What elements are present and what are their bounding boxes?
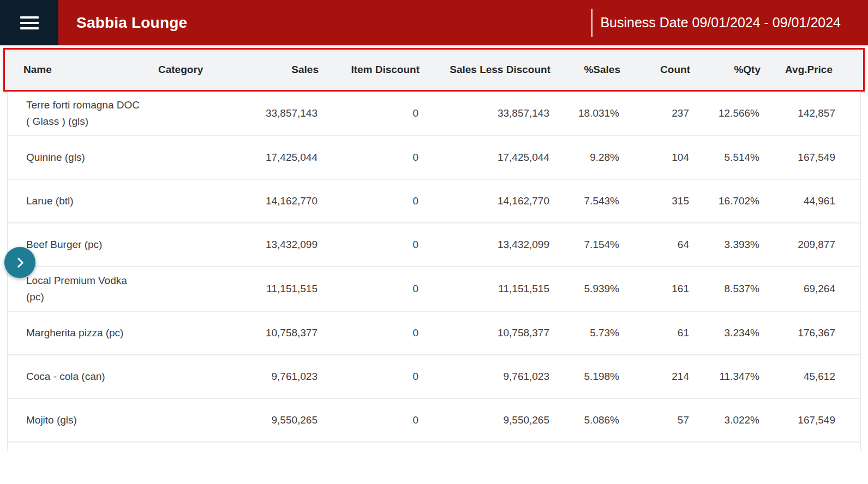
cell-name: Terre forti romagna DOC ( Glass ) (gls) [8, 97, 148, 130]
cell-sales-less-discount: 14,162,770 [429, 193, 560, 209]
table-row: Beef Burger (pc)13,432,099013,432,0997.1… [8, 223, 860, 267]
cell-item-discount: 0 [328, 368, 429, 385]
cell-qty: 16.702% [699, 193, 770, 209]
column-header-item-discount: Item Discount [329, 62, 430, 78]
table-row: Margherita pizza (pc)10,758,377010,758,3… [8, 312, 860, 355]
cell-item-discount: 0 [328, 281, 429, 297]
cell-item-discount: 0 [328, 105, 429, 122]
cell-sales-less-discount: 9,761,023 [429, 368, 560, 385]
column-header-name: Name [5, 62, 149, 78]
cell-sales: 5.086% [560, 412, 630, 428]
sales-table-body: Terre forti romagna DOC ( Glass ) (gls)3… [7, 92, 861, 451]
cell-sales: 10,758,377 [235, 325, 328, 341]
cell-avg-price: 167,549 [770, 412, 861, 428]
cell-avg-price: 44,961 [770, 193, 861, 209]
cell-sales: 5.73% [560, 325, 630, 341]
cell-item-discount: 0 [328, 325, 429, 341]
cell-sales: 13,432,099 [235, 237, 328, 253]
table-row: Terre forti romagna DOC ( Glass ) (gls)3… [8, 92, 860, 136]
cell-qty: 8.537% [699, 281, 770, 297]
cell-sales: 5.939% [560, 281, 630, 297]
cell-count: 61 [630, 325, 699, 341]
cell-item-discount: 0 [328, 193, 429, 209]
cell-name: Larue (btl) [8, 193, 148, 209]
table-row: Mojito (gls)9,550,26509,550,2655.086%573… [8, 399, 860, 443]
cell-sales: 17,425,044 [235, 149, 328, 166]
cell-sales-less-discount: 13,432,099 [429, 237, 560, 253]
column-header-category: Category [149, 62, 236, 78]
column-header-sales: %Sales [561, 62, 631, 78]
cell-item-discount: 0 [328, 149, 429, 166]
cell-sales: 33,857,143 [235, 105, 328, 122]
cell-name: Coca - cola (can) [8, 368, 148, 385]
column-header-avg-price: Avg.Price [771, 62, 859, 78]
cell-sales: 7.543% [560, 193, 630, 209]
cell-count: 214 [630, 368, 699, 385]
cell-count: 64 [630, 237, 699, 253]
cell-sales: 14,162,770 [235, 193, 328, 209]
cell-count: 237 [630, 105, 699, 122]
cell-qty: 5.514% [699, 149, 770, 166]
open-drawer-button[interactable] [4, 247, 35, 278]
app-bar: Sabbia Lounge Business Date 09/01/2024 -… [0, 0, 868, 45]
cell-avg-price: 142,857 [770, 105, 861, 122]
cell-sales: 9,761,023 [235, 368, 328, 385]
cell-sales: 9,550,265 [235, 412, 328, 428]
cell-name: Mojito (gls) [8, 412, 148, 428]
cell-sales-less-discount: 33,857,143 [429, 105, 560, 122]
cell-sales: 5.198% [560, 368, 630, 385]
table-row [8, 443, 860, 451]
cell-sales-less-discount: 11,151,515 [429, 281, 560, 297]
appbar-divider [591, 9, 592, 37]
column-header-sales: Sales [236, 62, 329, 78]
cell-sales: 18.031% [560, 105, 630, 122]
cell-name: Quinine (gls) [8, 149, 148, 166]
column-header-count: Count [631, 62, 701, 78]
cell-qty: 3.234% [699, 325, 770, 341]
hamburger-menu-button[interactable] [0, 0, 58, 45]
chevron-right-icon [13, 256, 27, 270]
column-header-qty: %Qty [701, 62, 771, 78]
column-header-sales-less-discount: Sales Less Discount [430, 62, 561, 78]
cell-qty: 11.347% [699, 368, 770, 385]
cell-sales-less-discount: 17,425,044 [429, 149, 560, 166]
cell-item-discount: 0 [328, 412, 429, 428]
table-row: Larue (btl)14,162,770014,162,7707.543%31… [8, 180, 860, 223]
cell-sales: 11,151,515 [235, 281, 328, 297]
cell-qty: 12.566% [699, 105, 770, 122]
cell-avg-price: 176,367 [770, 325, 861, 341]
cell-avg-price: 45,612 [770, 368, 861, 385]
cell-count: 104 [630, 149, 699, 166]
table-row: Quinine (gls)17,425,044017,425,0449.28%1… [8, 136, 860, 180]
cell-avg-price: 209,877 [770, 237, 861, 253]
cell-sales-less-discount: 9,550,265 [429, 412, 560, 428]
table-header-row: NameCategorySalesItem DiscountSales Less… [3, 48, 865, 92]
cell-name: Local Premium Vodka (pc) [8, 273, 148, 305]
cell-count: 161 [630, 281, 699, 297]
cell-avg-price: 167,549 [770, 149, 861, 166]
cell-avg-price: 69,264 [770, 281, 861, 297]
cell-sales-less-discount: 10,758,377 [429, 325, 560, 341]
cell-qty: 3.022% [699, 412, 770, 428]
cell-count: 315 [630, 193, 699, 209]
cell-sales: 9.28% [560, 149, 630, 166]
cell-item-discount: 0 [328, 237, 429, 253]
cell-sales: 7.154% [560, 237, 630, 253]
cell-name: Margherita pizza (pc) [8, 325, 148, 341]
page-title: Sabbia Lounge [76, 14, 187, 32]
cell-qty: 3.393% [699, 237, 770, 253]
hamburger-icon [20, 16, 39, 29]
business-date-label[interactable]: Business Date 09/01/2024 - 09/01/2024 [600, 15, 841, 31]
table-row: Coca - cola (can)9,761,02309,761,0235.19… [8, 355, 860, 399]
cell-count: 57 [630, 412, 699, 428]
table-row: Local Premium Vodka (pc)11,151,515011,15… [8, 267, 860, 312]
